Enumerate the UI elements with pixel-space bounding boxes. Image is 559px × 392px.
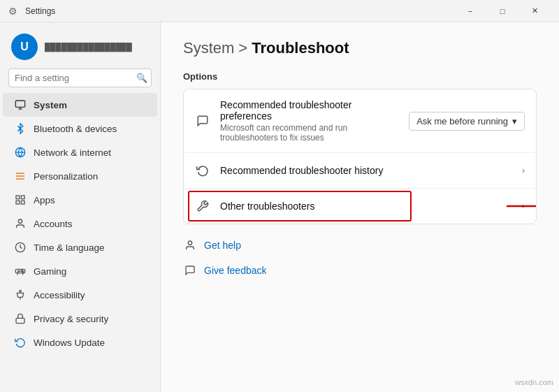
sidebar-item-update[interactable]: Windows Update (3, 331, 157, 354)
wrench-icon (195, 198, 210, 214)
pref-title: Recommended troubleshooter preferences (220, 99, 399, 122)
give-feedback-row[interactable]: Give feedback (183, 261, 537, 280)
get-help-link[interactable]: Get help (204, 240, 241, 251)
get-help-icon (183, 238, 197, 252)
search-icon: 🔍 (136, 73, 147, 83)
bluetooth-icon (14, 122, 27, 135)
sidebar-item-accessibility[interactable]: Accessibility (3, 283, 157, 307)
app-container: U ████████████████ 🔍 SystemBluetooth & d… (0, 22, 559, 392)
sidebar: U ████████████████ 🔍 SystemBluetooth & d… (0, 22, 161, 392)
svg-point-18 (20, 290, 22, 292)
sidebar-item-label-apps: Apps (34, 195, 55, 205)
settings-icon: ⚙ (8, 6, 20, 17)
sidebar-item-label-network: Network & internet (34, 147, 111, 158)
option-row-other[interactable]: Other troubleshooters › (184, 189, 536, 224)
pref-icon (195, 113, 210, 129)
maximize-button[interactable]: □ (486, 0, 518, 22)
other-control: › (522, 201, 525, 211)
sidebar-item-accounts[interactable]: Accounts (3, 212, 157, 235)
sidebar-item-label-bluetooth: Bluetooth & devices (34, 124, 117, 134)
accessibility-icon (14, 289, 27, 301)
sidebar-item-network[interactable]: Network & internet (3, 140, 157, 164)
gaming-icon (14, 265, 27, 277)
sidebar-item-personalization[interactable]: Personalization (3, 164, 157, 188)
svg-rect-19 (16, 318, 24, 323)
user-profile: U ████████████████ (0, 28, 160, 68)
option-row-history[interactable]: Recommended troubleshooter history › (184, 153, 536, 189)
sidebar-item-apps[interactable]: Apps (3, 188, 157, 212)
sidebar-item-system[interactable]: System (3, 93, 157, 117)
links-section: Get help Give feedback (183, 235, 537, 280)
svg-rect-0 (15, 101, 24, 107)
breadcrumb-separator: > (238, 39, 247, 57)
sidebar-item-time[interactable]: Time & language (3, 235, 157, 259)
history-text: Recommended troubleshooter history (220, 165, 512, 176)
titlebar-title: Settings (25, 6, 454, 16)
sidebar-item-gaming[interactable]: Gaming (3, 259, 157, 283)
sidebar-item-label-personalization: Personalization (34, 171, 98, 182)
breadcrumb-parent: System (183, 39, 234, 57)
breadcrumb-current: Troubleshoot (252, 39, 349, 57)
search-input[interactable] (15, 73, 132, 83)
ask-dropdown[interactable]: Ask me before running ▾ (409, 112, 525, 131)
section-label: Options (183, 71, 537, 82)
sidebar-item-label-gaming: Gaming (34, 266, 66, 277)
sidebar-item-privacy[interactable]: Privacy & security (3, 307, 157, 331)
dropdown-label: Ask me before running (416, 116, 508, 126)
history-control: › (522, 166, 525, 175)
sidebar-item-label-system: System (34, 100, 67, 110)
pref-subtitle: Microsoft can recommend and run troubles… (220, 123, 399, 143)
options-card: Recommended troubleshooter preferences M… (183, 89, 537, 224)
sidebar-item-label-time: Time & language (34, 242, 105, 253)
apps-icon (14, 194, 27, 206)
network-icon (14, 146, 27, 159)
nav-list: SystemBluetooth & devicesNetwork & inter… (0, 93, 160, 354)
option-row-recommended-prefs[interactable]: Recommended troubleshooter preferences M… (184, 89, 536, 153)
system-icon (14, 99, 27, 111)
sidebar-item-label-accounts: Accounts (34, 219, 73, 229)
time-icon (14, 241, 27, 254)
svg-rect-9 (21, 196, 24, 199)
svg-point-12 (18, 219, 22, 223)
pref-control: Ask me before running ▾ (409, 112, 525, 131)
chevron-right-other-icon: › (522, 201, 525, 211)
search-box[interactable]: 🔍 (8, 68, 152, 87)
other-title: Other troubleshooters (220, 201, 512, 212)
accounts-icon (14, 217, 27, 230)
give-feedback-icon (183, 263, 197, 277)
svg-rect-10 (16, 201, 20, 204)
history-title: Recommended troubleshooter history (220, 165, 512, 176)
svg-point-22 (188, 241, 191, 245)
username: ████████████████ (45, 43, 132, 51)
get-help-row[interactable]: Get help (183, 235, 537, 255)
pref-text: Recommended troubleshooter preferences M… (220, 99, 399, 143)
sidebar-item-bluetooth[interactable]: Bluetooth & devices (3, 117, 157, 140)
privacy-icon (14, 312, 27, 325)
sidebar-item-label-accessibility: Accessibility (34, 290, 85, 300)
history-icon (195, 163, 210, 178)
svg-rect-8 (16, 196, 20, 199)
personalization-icon (14, 170, 27, 182)
avatar: U (11, 34, 38, 60)
titlebar: ⚙ Settings − □ ✕ (0, 0, 559, 22)
breadcrumb: System > Troubleshoot (183, 39, 537, 57)
window-controls: − □ ✕ (454, 0, 551, 22)
close-button[interactable]: ✕ (518, 0, 551, 22)
chevron-down-icon: ▾ (512, 116, 517, 126)
sidebar-item-label-privacy: Privacy & security (34, 314, 108, 324)
minimize-button[interactable]: − (454, 0, 486, 22)
svg-rect-11 (21, 201, 24, 204)
update-icon (14, 336, 27, 349)
watermark: wsxdn.com (515, 378, 553, 386)
chevron-right-icon: › (522, 166, 525, 175)
content-area: System > Troubleshoot Options Recommende… (161, 22, 559, 392)
other-text: Other troubleshooters (220, 201, 512, 212)
give-feedback-link[interactable]: Give feedback (204, 265, 267, 276)
sidebar-item-label-update: Windows Update (34, 337, 105, 348)
